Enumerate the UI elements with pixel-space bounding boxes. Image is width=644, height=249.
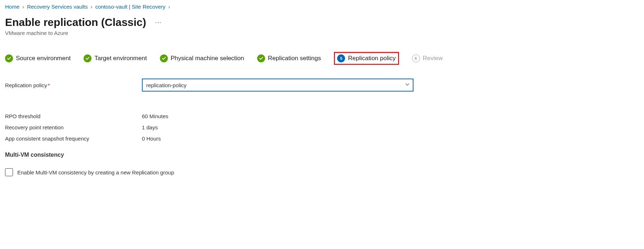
step-label: Physical machine selection: [171, 55, 244, 62]
page-title: Enable replication (Classic): [5, 16, 146, 28]
step-label: Source environment: [16, 55, 71, 62]
multivm-heading: Multi-VM consistency: [5, 152, 639, 158]
replication-policy-select[interactable]: replication-policy: [142, 79, 413, 92]
retention-value: 1 days: [142, 124, 158, 130]
step-label: Replication settings: [268, 55, 321, 62]
check-icon: [257, 54, 265, 62]
chevron-right-icon: ›: [168, 4, 170, 10]
chevron-right-icon: ›: [90, 4, 92, 10]
check-icon: [84, 54, 91, 62]
snapshot-freq-value: 0 Hours: [142, 135, 161, 142]
step-label: Replication policy: [348, 55, 395, 62]
multivm-checkbox[interactable]: [5, 168, 13, 176]
step-replication-settings[interactable]: Replication settings: [257, 54, 321, 62]
check-icon: [5, 54, 13, 62]
step-label: Review: [423, 55, 443, 62]
rpo-threshold-label: RPO threshold: [5, 113, 142, 119]
replication-policy-label: Replication policy*: [5, 82, 142, 88]
step-target-environment[interactable]: Target environment: [84, 54, 147, 62]
required-asterisk-icon: *: [48, 82, 50, 88]
step-label: Target environment: [94, 55, 147, 62]
snapshot-freq-label: App consistent snapshot frequency: [5, 135, 142, 142]
step-number-icon: 6: [412, 54, 420, 62]
check-icon: [160, 54, 168, 62]
page-subtitle: VMware machine to Azure: [5, 30, 639, 36]
wizard-steps: Source environment Target environment Ph…: [5, 52, 639, 65]
multivm-checkbox-label: Enable Multi-VM consistency by creating …: [17, 169, 174, 175]
step-replication-policy[interactable]: 5 Replication policy: [334, 52, 399, 65]
breadcrumb-vaults[interactable]: Recovery Services vaults: [27, 4, 88, 10]
retention-label: Recovery point retention: [5, 124, 142, 130]
breadcrumb-vault-detail[interactable]: contoso-vault | Site Recovery: [95, 4, 165, 10]
breadcrumb-home[interactable]: Home: [5, 4, 19, 10]
select-value: replication-policy: [146, 82, 187, 88]
step-number-icon: 5: [337, 54, 345, 62]
rpo-threshold-value: 60 Minutes: [142, 113, 168, 119]
more-actions-icon[interactable]: ⋯: [155, 18, 162, 26]
step-physical-machine-selection[interactable]: Physical machine selection: [160, 54, 244, 62]
chevron-right-icon: ›: [22, 4, 24, 10]
breadcrumb: Home › Recovery Services vaults › contos…: [5, 4, 639, 10]
step-source-environment[interactable]: Source environment: [5, 54, 71, 62]
step-review: 6 Review: [412, 54, 443, 62]
